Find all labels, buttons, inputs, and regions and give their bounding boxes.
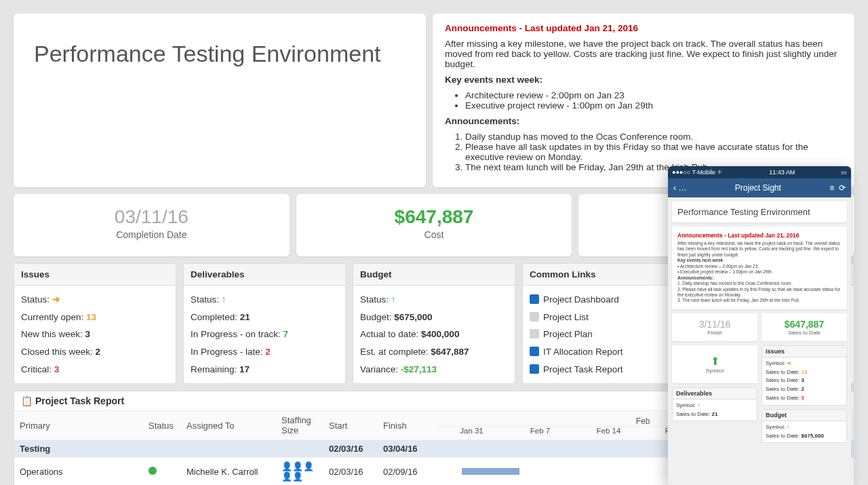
deliv-status-label: Status: — [191, 294, 219, 305]
budget-est-value: $647,887 — [431, 347, 469, 357]
issues-open-label: Currently open: — [21, 312, 83, 322]
key-event-item: Executive project review - 1:00pm on Jan… — [465, 100, 842, 111]
phone-budget-card: Budget Symbol: ↑Sales to Date: $675,000 — [762, 409, 847, 444]
budget-budget-value: $675,000 — [394, 312, 432, 322]
phone-sales-card: $647,887Sales to Date — [762, 313, 847, 341]
key-events-label: Key events next week: — [445, 75, 542, 85]
completion-date-value: 03/11/16 — [22, 206, 281, 228]
phone-ann-title: Announcements - Last updated Jan 21, 201… — [677, 232, 842, 239]
issues-critical-value: 3 — [54, 364, 60, 374]
deliv-remaining-value: 17 — [239, 364, 250, 374]
phone-statusbar: ●●●○○ T-Mobile ᯤ 11:43 AM ▭ — [668, 166, 851, 178]
battery-icon: ▭ — [841, 169, 847, 176]
issues-closed-label: Closed this week: — [21, 347, 93, 357]
deliv-ontrack-value: 7 — [283, 329, 289, 339]
deliv-ontrack-label: In Progress - on track: — [191, 329, 281, 339]
announcements-title: Announcements - Last updated Jan 21, 201… — [445, 23, 842, 33]
col-start[interactable]: Start — [323, 411, 378, 440]
project-title: Performance Testing Environment — [34, 41, 406, 67]
budget-est-label: Est. at complete: — [360, 347, 429, 357]
key-event-item: Architecture review - 2:00pm on Jan 23 — [465, 90, 842, 100]
arrow-up-icon: ⬆ — [675, 355, 755, 368]
cost-value: $647,887 — [304, 206, 564, 228]
common-links-title: Common Links — [523, 264, 684, 286]
doc-icon — [530, 312, 539, 322]
budget-variance-value: -$27,113 — [401, 364, 437, 374]
announcement-item: Please have all task updates in by this … — [465, 142, 842, 162]
announcements-summary: After missing a key milestone, we have t… — [445, 39, 842, 69]
deliverables-title: Deliverables — [184, 264, 345, 286]
phone-time: 11:43 AM — [769, 169, 795, 176]
col-staffing[interactable]: Staffing Size — [276, 411, 323, 440]
doc-icon — [530, 329, 539, 338]
back-icon[interactable]: ‹ … — [673, 183, 686, 193]
announcement-item: Daily standup has moved to the Ocas Conf… — [465, 132, 842, 142]
deliv-remaining-label: Remaining: — [191, 364, 237, 374]
common-link[interactable]: Project Task Report — [543, 364, 623, 374]
issues-title: Issues — [14, 264, 176, 286]
key-events-list: Architecture review - 2:00pm on Jan 23Ex… — [465, 90, 842, 111]
col-finish[interactable]: Finish — [378, 411, 432, 440]
doc-icon — [530, 364, 539, 374]
phone-issues-card: Issues Symbol: ➜Sales to Date: 13Sales t… — [762, 345, 847, 406]
phone-ann-text: After missing a key milestone, we have t… — [677, 241, 842, 304]
common-link[interactable]: Project Dashboard — [543, 294, 619, 305]
arrow-up-icon: ↑ — [391, 294, 396, 305]
common-links-card: Common Links Project DashboardProject Li… — [522, 263, 685, 384]
doc-icon — [530, 347, 539, 356]
phone-finish-card: 3/11/16Finish — [672, 313, 757, 341]
status-dot-icon — [149, 467, 157, 475]
budget-status-label: Status: — [360, 294, 389, 305]
announcements-label: Announcements: — [445, 116, 519, 126]
deliv-completed-value: 21 — [240, 312, 250, 322]
refresh-icon[interactable]: ⟳ — [839, 183, 846, 193]
issues-open-value: 13 — [86, 312, 96, 322]
budget-budget-label: Budget: — [360, 312, 392, 322]
deliverables-card: Deliverables Status: ↑ Completed: 21 In … — [183, 263, 346, 384]
budget-actual-value: $400,000 — [421, 329, 459, 339]
common-link[interactable]: IT Allocation Report — [543, 347, 623, 357]
cost-label: Cost — [304, 229, 564, 240]
issues-critical-label: Critical: — [21, 364, 52, 374]
announcements-card: Announcements - Last updated Jan 21, 201… — [433, 14, 854, 187]
phone-app-title: Project Sight — [735, 183, 781, 193]
budget-actual-label: Actual to date: — [360, 329, 418, 339]
deliv-completed-label: Completed: — [191, 312, 237, 322]
budget-title: Budget — [353, 264, 515, 286]
menu-icon[interactable]: ≡ — [829, 183, 834, 193]
phone-navbar: ‹ … Project Sight ≡ ⟳ — [668, 178, 851, 197]
issues-status-label: Status: — [21, 294, 50, 305]
arrow-right-icon: ➜ — [52, 294, 60, 305]
completion-date-label: Completion Date — [22, 229, 281, 240]
phone-symbol-card: ⬆Symbol — [672, 345, 757, 383]
phone-mockup: ●●●○○ T-Mobile ᯤ 11:43 AM ▭ ‹ … Project … — [668, 166, 851, 485]
arrow-up-icon: ↑ — [222, 294, 226, 305]
project-title-card: Performance Testing Environment — [14, 14, 426, 187]
col-status[interactable]: Status — [143, 411, 181, 440]
deliv-late-label: In Progress - late: — [191, 347, 263, 357]
phone-deliverables-card: Deliverables Symbol: ↑Sales to Date: 21 — [672, 387, 757, 422]
col-assigned[interactable]: Assigned To — [181, 411, 276, 440]
budget-card: Budget Status: ↑ Budget: $675,000 Actual… — [353, 263, 515, 384]
completion-date-card: 03/11/16 Completion Date — [14, 194, 290, 256]
budget-variance-label: Variance: — [360, 364, 398, 374]
issues-card: Issues Status: ➜ Currently open: 13 New … — [14, 263, 176, 384]
phone-project-title: Performance Testing Environment — [677, 207, 842, 217]
issues-closed-value: 2 — [96, 347, 101, 357]
doc-icon — [530, 294, 539, 304]
common-link[interactable]: Project List — [543, 312, 589, 322]
issues-new-value: 3 — [85, 329, 91, 339]
col-primary[interactable]: Primary — [14, 411, 143, 440]
issues-new-label: New this week: — [21, 329, 83, 339]
cost-card: $647,887 Cost — [296, 194, 572, 256]
common-link[interactable]: Project Plan — [543, 329, 593, 339]
deliv-late-value: 2 — [265, 347, 271, 357]
